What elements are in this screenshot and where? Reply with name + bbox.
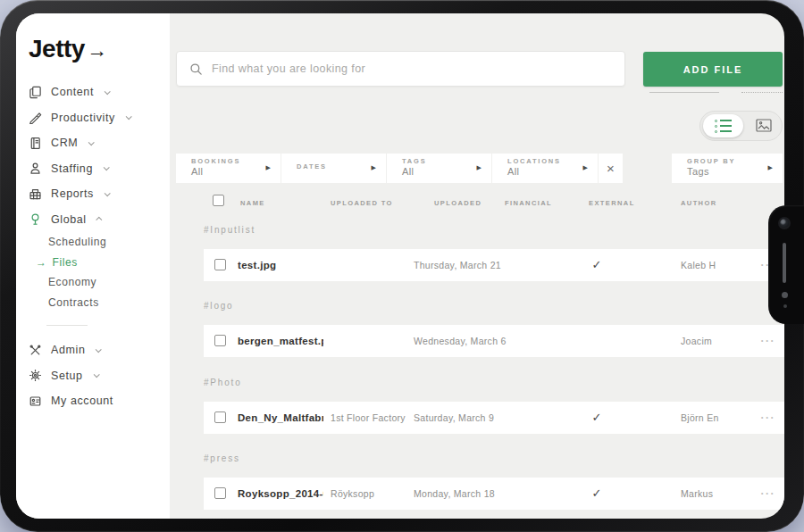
- cell-author: Kaleb H: [681, 249, 716, 281]
- sidebar-item-label: Contracts: [48, 296, 99, 309]
- search-input[interactable]: [212, 62, 612, 75]
- sidebar-item-contracts[interactable]: Contracts: [48, 293, 164, 313]
- active-arrow-icon: →: [36, 256, 47, 269]
- filter-dates[interactable]: DATES ▶: [281, 154, 386, 183]
- column-header-uploaded-to: UPLOADED TO: [331, 199, 393, 207]
- sidebar-item-staffing[interactable]: Staffing: [29, 156, 164, 182]
- clear-filters-button[interactable]: ×: [599, 154, 623, 183]
- ledger-icon: [29, 137, 42, 150]
- table-row[interactable]: bergen_matfest.pn Wednesday, March 6 Joa…: [204, 325, 784, 357]
- sidebar-item-scheduling[interactable]: Scheduling: [48, 232, 164, 253]
- caret-right-icon: ▶: [477, 164, 482, 171]
- sidebar-item-setup[interactable]: Setup: [29, 363, 164, 389]
- image-view-icon: [756, 119, 772, 132]
- decorative-line: [649, 92, 719, 93]
- external-check-icon: ✓: [579, 478, 615, 510]
- sidebar-item-label: Setup: [51, 370, 83, 382]
- row-menu-button[interactable]: ···: [761, 402, 776, 434]
- sidebar-item-my-account[interactable]: My account: [29, 388, 164, 414]
- sidebar-item-content[interactable]: Content: [29, 79, 164, 105]
- gear-icon: [29, 369, 42, 382]
- sidebar-item-label: My account: [51, 395, 113, 407]
- row-menu-button[interactable]: ···: [761, 325, 776, 357]
- module-dot: [782, 292, 788, 298]
- sidebar-item-label: Admin: [51, 344, 85, 356]
- cell-author: Björn En: [681, 402, 719, 434]
- sidebar-item-crm[interactable]: CRM: [29, 130, 164, 156]
- id-card-icon: [29, 395, 42, 408]
- add-file-button[interactable]: ADD FILE: [643, 52, 783, 87]
- filter-tags[interactable]: TAGS All ▶: [387, 154, 491, 183]
- group-tag: #Photo: [204, 378, 242, 387]
- logo-arrow-icon: →: [87, 38, 107, 62]
- chevron-down-icon: [96, 346, 102, 353]
- caret-right-icon: ▶: [583, 164, 588, 171]
- sidebar-item-label: Content: [51, 86, 94, 98]
- cell-author: Markus: [681, 478, 713, 510]
- global-submenu: Scheduling → Files Economy Contracts: [29, 232, 164, 312]
- chevron-down-icon: [88, 139, 95, 145]
- row-menu-button[interactable]: ···: [761, 478, 776, 510]
- list-view-icon: [715, 120, 732, 122]
- row-checkbox[interactable]: [214, 487, 226, 499]
- file-name[interactable]: Royksopp_2014-0: [238, 478, 323, 510]
- chevron-up-icon: [96, 217, 102, 223]
- table-row[interactable]: Royksopp_2014-0 Röyksopp Monday, March 1…: [204, 478, 784, 510]
- list-view-button[interactable]: [703, 114, 743, 137]
- column-header-financial: FINANCIAL: [505, 199, 552, 207]
- select-all-checkbox[interactable]: [213, 195, 224, 206]
- external-check-icon: ✓: [579, 249, 615, 281]
- row-checkbox[interactable]: [214, 259, 226, 270]
- cell-uploaded-to: 1st Floor Factory: [331, 402, 406, 434]
- file-name[interactable]: bergen_matfest.pn: [238, 325, 323, 357]
- tools-icon: [29, 111, 42, 124]
- group-tag: #logo: [204, 301, 233, 311]
- sidebar-item-label: Global: [51, 213, 87, 226]
- external-check-icon: ✓: [579, 402, 615, 434]
- sidebar-divider: [46, 325, 88, 326]
- sidebar-item-label: Staffing: [51, 162, 93, 175]
- file-name[interactable]: test.jpg: [238, 249, 276, 281]
- sidebar-nav: Content Productivity CRM: [29, 79, 164, 414]
- row-checkbox[interactable]: [214, 411, 226, 423]
- caret-right-icon: ▶: [266, 164, 271, 171]
- row-checkbox[interactable]: [214, 335, 226, 346]
- table-row[interactable]: Den_Ny_Maltfabrik 1st Floor Factory Satu…: [204, 402, 784, 434]
- chevron-down-icon: [104, 165, 110, 171]
- cell-uploaded: Thursday, March 21: [414, 249, 501, 281]
- admin-tools-icon: [29, 344, 42, 357]
- side-slider: [783, 243, 786, 283]
- app-logo: Jetty →: [29, 35, 106, 63]
- image-view-button[interactable]: [756, 119, 774, 134]
- table-header: NAME UPLOADED TO UPLOADED FINANCIAL EXTE…: [16, 195, 784, 211]
- globe-icon: [29, 212, 42, 226]
- column-header-uploaded: UPLOADED: [434, 199, 482, 207]
- caret-right-icon: ▶: [768, 164, 773, 171]
- tablet-frame: Jetty → Content Productivity: [0, 0, 804, 532]
- chevron-down-icon: [125, 114, 131, 121]
- decorative-dotted-line: [741, 92, 783, 93]
- group-by-selector[interactable]: GROUP BY Tags ▶: [672, 154, 783, 183]
- filter-locations[interactable]: LOCATIONS All ▶: [492, 154, 598, 183]
- group-tag: #Inputlist: [204, 225, 255, 235]
- cell-uploaded: Monday, March 18: [414, 478, 495, 510]
- table-row[interactable]: test.jpg Thursday, March 21 ✓ Kaleb H ··…: [204, 249, 784, 281]
- file-name[interactable]: Den_Ny_Maltfabrik: [238, 402, 323, 434]
- cell-uploaded-to: Röyksopp: [331, 478, 374, 510]
- camera-icon: [778, 217, 791, 229]
- view-toggle[interactable]: [699, 111, 783, 141]
- sidebar-item-label: Files: [53, 256, 78, 269]
- sidebar-item-economy[interactable]: Economy: [48, 272, 164, 293]
- chevron-down-icon: [93, 372, 99, 378]
- sidebar-item-admin[interactable]: Admin: [29, 337, 164, 363]
- caret-right-icon: ▶: [372, 164, 376, 171]
- sidebar-item-files[interactable]: → Files: [48, 253, 164, 273]
- column-header-name: NAME: [240, 199, 265, 207]
- pages-icon: [29, 86, 42, 99]
- app-screen: Jetty → Content Productivity: [16, 13, 784, 519]
- person-icon: [29, 162, 42, 175]
- sidebar-item-label: CRM: [51, 137, 78, 149]
- sidebar-item-productivity[interactable]: Productivity: [29, 105, 164, 131]
- filter-bookings[interactable]: BOOKINGS All ▶: [176, 154, 281, 183]
- device-mockup: Jetty → Content Productivity: [0, 0, 804, 532]
